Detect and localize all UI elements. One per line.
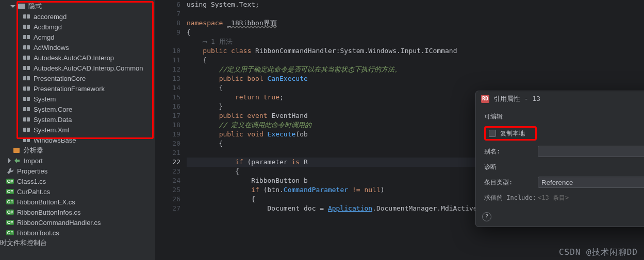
tree-node-reference[interactable]: accoremgd: [0, 11, 155, 22]
tree-node-reference[interactable]: Acdbmgd: [0, 22, 155, 32]
svg-rect-2: [27, 14, 30, 19]
svg-rect-10: [27, 56, 30, 60]
copy-local-checkbox[interactable]: [489, 130, 496, 137]
reference-icon: [23, 116, 30, 124]
tree-label: Acdbmgd: [34, 23, 62, 31]
svg-rect-9: [23, 56, 26, 60]
dialog-title: 引用属性 - 13: [493, 94, 540, 103]
entry-type-label: 条目类型:: [484, 178, 538, 187]
tree-node-implicit[interactable]: 隐式: [0, 1, 155, 11]
svg-rect-6: [27, 35, 30, 39]
reference-icon: [23, 23, 30, 31]
tree-node-reference[interactable]: System: [0, 94, 155, 104]
copy-local-row: 复制本地: [484, 126, 537, 141]
svg-rect-8: [27, 45, 30, 49]
svg-rect-23: [23, 128, 26, 132]
tree-label: System.Core: [34, 106, 72, 113]
tree-label: RibbonButtonInfos.cs: [17, 209, 81, 216]
csharp-file-icon: C#: [6, 229, 14, 237]
rider-icon: RD: [481, 95, 489, 103]
tree-node-analyzer[interactable]: 分析器: [0, 145, 155, 155]
csharp-file-icon: C#: [6, 219, 14, 227]
wrench-icon: [6, 167, 14, 175]
tree-label: Class1.cs: [17, 178, 46, 185]
svg-rect-15: [23, 86, 26, 91]
tree-label: Autodesk.AutoCAD.Interop.Common: [34, 64, 143, 72]
reference-icon: [23, 33, 30, 41]
svg-rect-20: [27, 107, 30, 111]
reference-icon: [23, 136, 30, 144]
tree-label: 隐式: [28, 2, 42, 11]
svg-rect-25: [23, 138, 26, 142]
tree-label: WindowsBase: [34, 136, 76, 144]
svg-rect-18: [27, 97, 30, 101]
help-icon[interactable]: ?: [482, 212, 491, 221]
tree-label: CurPaht.cs: [17, 188, 50, 196]
tree-node-reference[interactable]: PresentationCore: [0, 73, 155, 83]
svg-rect-1: [23, 14, 26, 19]
svg-rect-19: [23, 107, 26, 111]
reference-icon: [23, 95, 30, 103]
tree-node-reference[interactable]: Acmgd: [0, 32, 155, 42]
tree-label: RibbonCommandHandler.cs: [17, 219, 101, 227]
reference-icon: [23, 106, 30, 113]
tree-node-import[interactable]: Import: [0, 155, 155, 166]
svg-rect-13: [23, 76, 26, 80]
reference-icon: [23, 75, 30, 82]
tree-node-file[interactable]: C#RibbonButtonInfos.cs: [0, 207, 155, 217]
entry-type-value: [538, 177, 644, 188]
tree-node-file[interactable]: C#RibbonTool.cs: [0, 228, 155, 238]
tree-label: RibbonTool.cs: [17, 229, 59, 237]
tree-node-reference[interactable]: Autodesk.AutoCAD.Interop: [0, 53, 155, 63]
reference-icon: [23, 13, 30, 21]
tree-label: System.Xml: [34, 126, 69, 134]
reference-properties-dialog: RD 引用属性 - 13 可编辑 复制本地 别名:: [475, 91, 644, 227]
folder-icon: [18, 3, 25, 10]
svg-rect-27: [13, 148, 20, 153]
reference-icon: [23, 85, 30, 93]
tree-label: 时文件和控制台: [0, 238, 47, 248]
csharp-file-icon: C#: [6, 198, 14, 206]
svg-rect-4: [27, 25, 30, 29]
line-gutter: 6789 10111213141516171819202122232425262…: [156, 0, 187, 260]
tree-label: System: [34, 95, 56, 103]
reference-icon: [23, 64, 30, 72]
section-editable: 可编辑: [484, 112, 644, 121]
svg-rect-24: [27, 128, 30, 132]
tree-node-reference[interactable]: System.Data: [0, 114, 155, 125]
svg-rect-7: [23, 45, 26, 49]
alias-input[interactable]: [538, 146, 644, 157]
svg-rect-12: [27, 66, 30, 70]
chevron-down-icon: [10, 5, 15, 8]
tree-label: Import: [24, 157, 43, 165]
alias-label: 别名:: [484, 147, 538, 156]
tree-node-reference[interactable]: AdWindows: [0, 42, 155, 53]
tree-label: RibbonButtonEX.cs: [17, 198, 75, 206]
svg-rect-21: [23, 117, 26, 122]
svg-rect-14: [27, 76, 30, 80]
import-icon: [13, 157, 21, 165]
tree-label: PresentationCore: [34, 75, 86, 82]
tree-node-temp[interactable]: 时文件和控制台: [0, 238, 155, 248]
tree-label: Autodesk.AutoCAD.Interop: [34, 54, 114, 62]
tree-node-file[interactable]: C#CurPaht.cs: [0, 186, 155, 197]
csharp-file-icon: C#: [6, 188, 14, 196]
tree-node-reference[interactable]: WindowsBase: [0, 135, 155, 145]
tree-node-reference[interactable]: System.Core: [0, 104, 155, 114]
tree-node-file[interactable]: C#RibbonCommandHandler.cs: [0, 217, 155, 228]
tree-label: PresentationFramework: [34, 85, 105, 93]
analyzer-icon: [12, 147, 20, 154]
tree-node-file[interactable]: C#Class1.cs: [0, 176, 155, 186]
tree-node-reference[interactable]: System.Xml: [0, 125, 155, 135]
dialog-titlebar[interactable]: RD 引用属性 - 13: [476, 91, 644, 107]
svg-rect-22: [27, 117, 30, 122]
tree-node-properties[interactable]: Properties: [0, 166, 155, 176]
section-diagnostics: 诊断: [484, 162, 644, 171]
tree-node-file[interactable]: C#RibbonButtonEX.cs: [0, 197, 155, 207]
svg-rect-16: [27, 86, 30, 91]
tree-node-reference[interactable]: PresentationFramework: [0, 83, 155, 94]
svg-rect-3: [23, 25, 26, 29]
tree-label: Acmgd: [34, 33, 54, 41]
tree-node-reference[interactable]: Autodesk.AutoCAD.Interop.Common: [0, 63, 155, 73]
tree-label: AdWindows: [34, 44, 69, 51]
